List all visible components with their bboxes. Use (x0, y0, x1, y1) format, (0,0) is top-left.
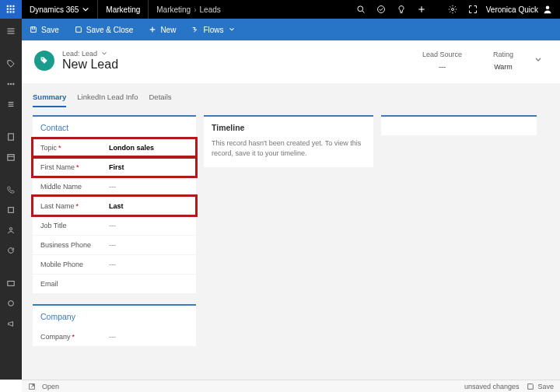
svg-rect-6 (7, 11, 9, 12)
svg-rect-31 (8, 282, 14, 286)
rail-megaphone[interactable] (3, 316, 19, 331)
field-value[interactable]: London sales (109, 144, 188, 152)
rail-more[interactable] (3, 76, 19, 92)
tab-details[interactable]: Details (149, 93, 172, 107)
svg-rect-33 (32, 27, 34, 30)
settings-button[interactable] (443, 0, 463, 19)
record-name: New Lead (62, 58, 118, 72)
svg-point-21 (10, 83, 12, 85)
field-label: Email (40, 280, 109, 288)
field-value[interactable]: --- (109, 261, 188, 268)
field-value[interactable]: --- (109, 222, 188, 229)
timeline-empty-msg: This record hasn't been created yet. To … (204, 138, 373, 167)
rail-tag[interactable] (3, 56, 19, 72)
waffle-icon (6, 5, 16, 14)
chevron-down-icon (534, 55, 543, 65)
company-section: Company Company*--- (33, 304, 196, 346)
person-icon (543, 5, 552, 14)
lightbulb-icon (397, 5, 406, 14)
add-button[interactable] (411, 0, 432, 19)
field-label: Business Phone (40, 241, 109, 249)
contact-section: Contact Topic*London salesFirst Name*Fir… (33, 115, 196, 293)
field-row[interactable]: Last Name*Last (33, 196, 196, 215)
entity-badge (34, 51, 54, 71)
chevron-down-icon (228, 26, 236, 33)
rail-link[interactable] (3, 296, 19, 311)
field-row[interactable]: Job Title--- (33, 215, 196, 235)
field-value[interactable]: --- (109, 333, 188, 341)
svg-rect-2 (12, 5, 14, 7)
save-button[interactable]: Save (22, 19, 67, 40)
status-save-button[interactable]: Save (527, 383, 554, 390)
brand-switcher[interactable]: Dynamics 365 (22, 0, 98, 19)
crumb-page[interactable]: Leads (200, 5, 221, 14)
fullscreen-button[interactable] (463, 0, 483, 19)
header-expand[interactable] (529, 54, 548, 68)
section-title: Company (33, 306, 196, 327)
plus-icon (149, 26, 156, 33)
app-launcher[interactable] (0, 0, 22, 19)
task-icon (376, 5, 386, 14)
field-row[interactable]: First Name*First (33, 157, 196, 177)
field-row[interactable]: Mobile Phone--- (33, 254, 196, 274)
popout-icon[interactable] (28, 383, 36, 390)
tab-summary[interactable]: Summary (33, 93, 66, 107)
field-row[interactable]: Topic*London sales (33, 138, 196, 157)
task-button[interactable] (371, 0, 391, 19)
global-topbar: Dynamics 365 Marketing Marketing › Leads… (0, 0, 560, 19)
svg-point-32 (9, 301, 14, 306)
command-bar: Save Save & Close New Flows (22, 19, 560, 40)
search-icon (356, 5, 366, 14)
field-value[interactable]: First (109, 163, 188, 171)
field-row[interactable]: Email (33, 274, 196, 293)
save-icon (30, 26, 37, 33)
rail-people[interactable] (3, 222, 19, 238)
rail-menu[interactable] (3, 23, 19, 39)
crumb-area[interactable]: Marketing (156, 5, 191, 14)
field-label: Company* (40, 333, 109, 341)
svg-point-30 (9, 228, 12, 230)
field-row[interactable]: Company*--- (33, 327, 196, 346)
app-name[interactable]: Marketing (98, 0, 149, 19)
new-button[interactable]: New (141, 19, 184, 40)
svg-rect-5 (12, 9, 14, 10)
tab-linkedin[interactable]: LinkedIn Lead Info (77, 93, 138, 107)
save-close-button[interactable]: Save & Close (67, 19, 142, 40)
gear-icon (448, 5, 457, 14)
tag-icon (40, 56, 49, 65)
svg-point-20 (8, 83, 9, 85)
form-body: Summary LinkedIn Lead Info Details Conta… (22, 83, 560, 380)
field-label: Topic* (40, 144, 109, 152)
svg-rect-27 (8, 155, 14, 161)
rail-list[interactable] (3, 96, 19, 112)
field-value[interactable]: Last (109, 202, 188, 210)
field-label: Job Title (40, 222, 109, 229)
rail-phone[interactable] (3, 182, 19, 198)
rail-cycle[interactable] (3, 243, 19, 258)
svg-rect-7 (10, 11, 12, 12)
rail-card[interactable] (3, 275, 19, 291)
svg-point-36 (42, 58, 44, 60)
svg-point-22 (13, 83, 15, 85)
global-actions (351, 0, 483, 19)
flows-button[interactable]: Flows (184, 19, 243, 40)
entity-type[interactable]: Lead: Lead (62, 50, 118, 58)
left-nav-rail (0, 19, 22, 380)
rail-org[interactable] (3, 202, 19, 218)
rail-doc[interactable] (3, 129, 19, 145)
rail-calendar[interactable] (3, 149, 19, 165)
field-row[interactable]: Middle Name--- (33, 177, 196, 196)
svg-point-16 (546, 6, 550, 10)
assistant-button[interactable] (391, 0, 411, 19)
section-title: Timeline (204, 117, 373, 138)
field-value[interactable]: --- (109, 241, 188, 249)
section-title: Contact (33, 117, 196, 138)
side-section (381, 115, 537, 135)
field-row[interactable]: Business Phone--- (33, 235, 196, 254)
search-button[interactable] (351, 0, 371, 19)
field-value[interactable]: --- (109, 183, 188, 191)
user-name: Veronica Quick (486, 5, 538, 14)
user-menu[interactable]: Veronica Quick (483, 5, 560, 14)
svg-rect-3 (7, 9, 9, 10)
record-header: Lead: Lead New Lead Lead Source --- Rati… (22, 40, 560, 85)
